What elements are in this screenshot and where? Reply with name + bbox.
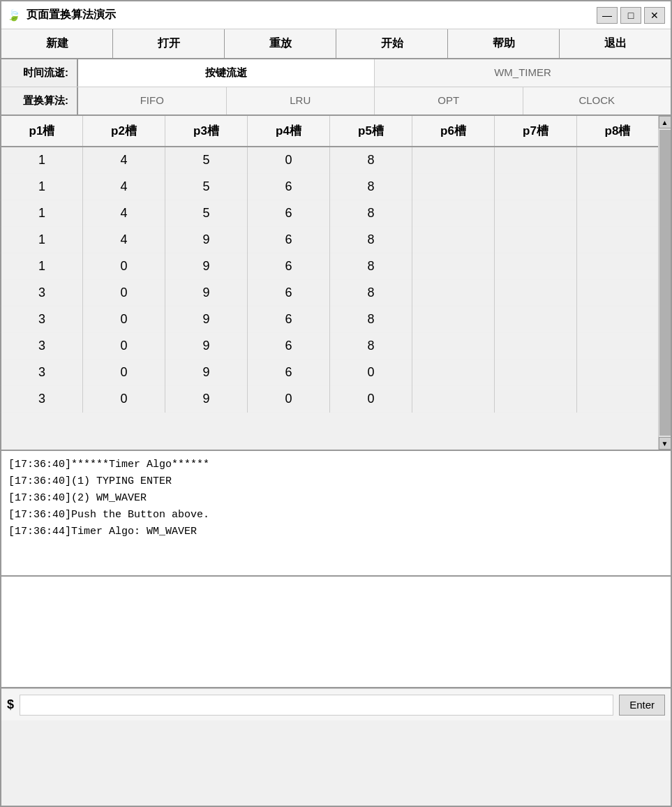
- cell-r5-c6: [494, 280, 576, 306]
- cell-r2-c7: [576, 200, 658, 227]
- maximize-button[interactable]: □: [620, 7, 641, 24]
- algo-label: 置换算法:: [1, 87, 78, 114]
- cell-r8-c6: [494, 360, 576, 386]
- enter-button[interactable]: Enter: [619, 695, 665, 716]
- table-row: 30900: [1, 386, 658, 413]
- cell-r0-c2: 5: [165, 147, 247, 174]
- algo-opt[interactable]: OPT: [375, 87, 523, 114]
- cell-r4-c4: 8: [329, 253, 412, 280]
- scroll-thumb[interactable]: [659, 130, 671, 436]
- cell-r5-c4: 8: [329, 280, 412, 306]
- menu-new[interactable]: 新建: [1, 29, 113, 58]
- algo-lru[interactable]: LRU: [227, 87, 375, 114]
- table-row: 14568: [1, 174, 658, 200]
- cell-r4-c6: [494, 253, 576, 280]
- col-p5: p5槽: [329, 116, 412, 147]
- timing-row: 时间流逝: 按键流逝 WM_TIMER: [1, 59, 671, 87]
- vertical-scrollbar[interactable]: ▲ ▼: [658, 116, 671, 450]
- cell-r9-c7: [576, 386, 658, 413]
- minimize-button[interactable]: —: [597, 7, 618, 24]
- cell-r4-c5: [412, 253, 494, 280]
- menu-exit[interactable]: 退出: [560, 29, 671, 58]
- cell-r3-c1: 4: [82, 227, 165, 253]
- timing-label: 时间流逝:: [1, 59, 78, 87]
- cell-r1-c7: [576, 174, 658, 200]
- command-input[interactable]: [20, 695, 613, 716]
- cell-r7-c4: 8: [329, 333, 412, 360]
- config-area: 时间流逝: 按键流逝 WM_TIMER 置换算法: FIFO LRU OPT C…: [1, 59, 671, 116]
- cell-r6-c3: 6: [247, 306, 329, 333]
- algo-options: FIFO LRU OPT CLOCK: [78, 87, 671, 114]
- cell-r3-c7: [576, 227, 658, 253]
- cell-r6-c5: [412, 306, 494, 333]
- menu-open[interactable]: 打开: [113, 29, 225, 58]
- log-area: [17:36:40]******Timer Algo******[17:36:4…: [1, 451, 671, 577]
- cell-r6-c6: [494, 306, 576, 333]
- cell-r2-c4: 8: [329, 200, 412, 227]
- log-line: [17:36:40](1) TYPING ENTER: [8, 473, 664, 490]
- table-row: 10968: [1, 253, 658, 280]
- cell-r0-c6: [494, 147, 576, 174]
- col-p1: p1槽: [1, 116, 82, 147]
- cell-r0-c5: [412, 147, 494, 174]
- cell-r0-c0: 1: [1, 147, 82, 174]
- scroll-down-arrow[interactable]: ▼: [659, 437, 671, 450]
- cell-r1-c2: 5: [165, 174, 247, 200]
- cell-r1-c1: 4: [82, 174, 165, 200]
- table-row: 14568: [1, 200, 658, 227]
- table-row: 30960: [1, 360, 658, 386]
- table-row: 14968: [1, 227, 658, 253]
- cell-r8-c5: [412, 360, 494, 386]
- cell-r1-c3: 6: [247, 174, 329, 200]
- cell-r8-c1: 0: [82, 360, 165, 386]
- cell-r2-c3: 6: [247, 200, 329, 227]
- data-table: p1槽 p2槽 p3槽 p4槽 p5槽 p6槽 p7槽 p8槽 14508145…: [1, 116, 658, 413]
- cell-r0-c4: 8: [329, 147, 412, 174]
- close-button[interactable]: ✕: [644, 7, 665, 24]
- log-line: [17:36:40]******Timer Algo******: [8, 457, 664, 473]
- cell-r3-c0: 1: [1, 227, 82, 253]
- log-line: [17:36:40]Push the Button above.: [8, 507, 664, 524]
- scroll-up-arrow[interactable]: ▲: [659, 116, 671, 128]
- cell-r9-c6: [494, 386, 576, 413]
- menu-start[interactable]: 开始: [336, 29, 448, 58]
- cell-r5-c2: 9: [165, 280, 247, 306]
- cell-r7-c5: [412, 333, 494, 360]
- cell-r3-c6: [494, 227, 576, 253]
- cell-r4-c7: [576, 253, 658, 280]
- cell-r1-c6: [494, 174, 576, 200]
- cell-r7-c7: [576, 333, 658, 360]
- window-title: 页面置换算法演示: [27, 8, 116, 22]
- table-header-row: p1槽 p2槽 p3槽 p4槽 p5槽 p6槽 p7槽 p8槽: [1, 116, 658, 147]
- col-p6: p6槽: [412, 116, 494, 147]
- cell-r6-c0: 3: [1, 306, 82, 333]
- cell-r8-c2: 9: [165, 360, 247, 386]
- cell-r3-c2: 9: [165, 227, 247, 253]
- cell-r9-c2: 9: [165, 386, 247, 413]
- cell-r9-c5: [412, 386, 494, 413]
- title-left: 🍃 页面置换算法演示: [7, 8, 116, 22]
- cell-r2-c2: 5: [165, 200, 247, 227]
- cell-r5-c3: 6: [247, 280, 329, 306]
- table-wrapper[interactable]: p1槽 p2槽 p3槽 p4槽 p5槽 p6槽 p7槽 p8槽 14508145…: [1, 116, 658, 450]
- cell-r1-c0: 1: [1, 174, 82, 200]
- cell-r6-c4: 8: [329, 306, 412, 333]
- input-bar: $ Enter: [1, 688, 671, 720]
- menu-replay[interactable]: 重放: [225, 29, 336, 58]
- timing-keystroke[interactable]: 按键流逝: [78, 59, 375, 87]
- algo-clock[interactable]: CLOCK: [523, 87, 671, 114]
- cell-r0-c7: [576, 147, 658, 174]
- col-p3: p3槽: [165, 116, 247, 147]
- menu-help[interactable]: 帮助: [448, 29, 560, 58]
- table-row: 30968: [1, 306, 658, 333]
- cell-r9-c1: 0: [82, 386, 165, 413]
- cell-r7-c6: [494, 333, 576, 360]
- title-bar: 🍃 页面置换算法演示 — □ ✕: [1, 1, 671, 29]
- cell-r6-c1: 0: [82, 306, 165, 333]
- col-p8: p8槽: [576, 116, 658, 147]
- cell-r5-c7: [576, 280, 658, 306]
- timing-wm-timer[interactable]: WM_TIMER: [375, 59, 671, 87]
- table-body: 1450814568145681496810968309683096830968…: [1, 147, 658, 413]
- table-row: 14508: [1, 147, 658, 174]
- algo-fifo[interactable]: FIFO: [78, 87, 227, 114]
